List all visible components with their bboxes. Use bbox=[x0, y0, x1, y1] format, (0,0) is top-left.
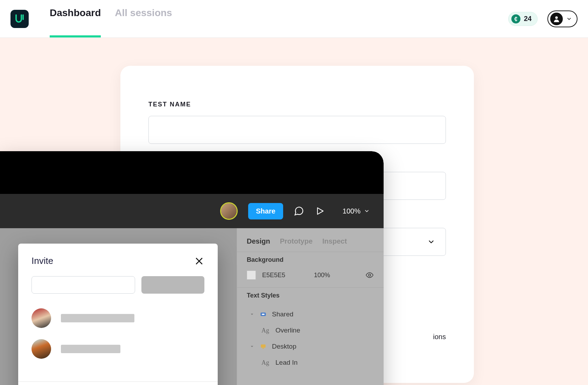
invite-title: Invite bbox=[31, 255, 53, 266]
figma-titlebar bbox=[0, 151, 384, 194]
background-row[interactable]: E5E5E5 100% bbox=[247, 271, 374, 280]
style-item-name: Overline bbox=[275, 327, 300, 334]
caret-down-icon bbox=[250, 312, 254, 317]
figma-canvas[interactable]: Invite bbox=[0, 228, 237, 385]
panel-heading: Background bbox=[247, 256, 374, 264]
background-opacity[interactable]: 100% bbox=[314, 272, 330, 279]
caret-down-icon bbox=[250, 344, 254, 349]
credits-count: 24 bbox=[524, 15, 532, 23]
play-icon bbox=[315, 206, 325, 216]
svg-point-1 bbox=[369, 274, 371, 276]
invite-member-list bbox=[18, 303, 218, 368]
panel-tab-inspect[interactable]: Inspect bbox=[322, 237, 347, 245]
app-logo[interactable] bbox=[10, 10, 29, 28]
test-name-input[interactable] bbox=[148, 116, 446, 144]
chevron-down-icon bbox=[364, 208, 370, 214]
field-test-name: TEST NAME bbox=[148, 101, 446, 144]
color-swatch[interactable] bbox=[247, 271, 256, 280]
member-avatar bbox=[31, 308, 51, 328]
chat-bubble-icon bbox=[294, 206, 304, 216]
panel-heading: Text Styles bbox=[247, 292, 374, 299]
close-icon bbox=[194, 256, 204, 266]
field-label: TEST NAME bbox=[148, 101, 446, 108]
svg-rect-4 bbox=[261, 344, 265, 348]
figma-toolbar: Share 100% bbox=[0, 194, 384, 228]
style-group-name: Shared bbox=[272, 310, 293, 318]
nav-tab-all-sessions[interactable]: All sessions bbox=[115, 0, 172, 37]
user-icon bbox=[553, 15, 560, 23]
avatar-image bbox=[221, 203, 237, 219]
zoom-control[interactable]: 100% bbox=[343, 207, 370, 215]
zoom-value: 100% bbox=[343, 207, 360, 215]
chevron-down-icon bbox=[566, 16, 572, 22]
ag-icon: Ag bbox=[260, 327, 271, 334]
figma-right-panel: Design Prototype Inspect Background E5E5… bbox=[237, 228, 384, 385]
style-group-name: Desktop bbox=[272, 343, 296, 350]
style-group-shared[interactable]: Shared bbox=[247, 306, 374, 322]
background-hex[interactable]: E5E5E5 bbox=[262, 272, 297, 279]
panel-section-text-styles: Text Styles Shared Ag Overline bbox=[237, 287, 384, 378]
shared-icon bbox=[259, 310, 267, 318]
invite-input-row bbox=[18, 273, 218, 303]
eye-icon bbox=[365, 271, 374, 279]
figma-body: Invite bbox=[0, 228, 384, 385]
invite-footer: Copy link bbox=[18, 382, 218, 385]
header-right: ₵ 24 bbox=[508, 10, 578, 27]
member-row bbox=[31, 303, 204, 334]
svg-rect-5 bbox=[262, 348, 264, 349]
member-name-placeholder bbox=[61, 345, 120, 353]
member-name-placeholder bbox=[61, 314, 134, 322]
nav-tab-label: Dashboard bbox=[50, 7, 101, 19]
invite-modal: Invite bbox=[18, 244, 218, 385]
chevron-down-icon bbox=[427, 238, 435, 246]
style-item-lead-in[interactable]: Ag Lead In bbox=[247, 355, 374, 371]
app-header: Dashboard All sessions ₵ 24 bbox=[0, 0, 588, 38]
panel-section-background: Background E5E5E5 100% bbox=[237, 252, 384, 287]
visibility-toggle[interactable] bbox=[365, 271, 374, 279]
svg-rect-3 bbox=[262, 314, 265, 315]
invite-email-input[interactable] bbox=[31, 276, 135, 294]
invite-header: Invite bbox=[18, 244, 218, 273]
style-item-name: Lead In bbox=[275, 359, 298, 366]
style-item-overline[interactable]: Ag Overline bbox=[247, 322, 374, 338]
profile-menu[interactable] bbox=[547, 10, 578, 27]
panel-tab-design[interactable]: Design bbox=[247, 237, 270, 245]
options-text: ions bbox=[433, 333, 446, 341]
panel-tab-prototype[interactable]: Prototype bbox=[280, 237, 313, 245]
present-button[interactable] bbox=[315, 206, 325, 216]
svg-point-0 bbox=[555, 16, 558, 19]
figma-window: Share 100% bbox=[0, 151, 384, 385]
member-row bbox=[31, 334, 204, 364]
style-group-desktop[interactable]: Desktop bbox=[247, 338, 374, 355]
share-button[interactable]: Share bbox=[248, 203, 283, 219]
close-button[interactable] bbox=[194, 256, 204, 266]
avatar bbox=[550, 13, 563, 25]
nav-tabs: Dashboard All sessions bbox=[50, 0, 172, 37]
panel-tabs: Design Prototype Inspect bbox=[237, 228, 384, 252]
logo-icon bbox=[14, 14, 25, 24]
panel-tab-label: Inspect bbox=[322, 237, 347, 245]
page-body: TEST NAME ions Share bbox=[0, 38, 588, 385]
share-button-label: Share bbox=[256, 207, 275, 215]
member-avatar bbox=[31, 339, 51, 359]
ag-icon: Ag bbox=[260, 359, 271, 366]
panel-tab-label: Prototype bbox=[280, 237, 313, 245]
credits-pill[interactable]: ₵ 24 bbox=[508, 12, 538, 26]
credits-symbol: ₵ bbox=[514, 16, 518, 22]
nav-tab-dashboard[interactable]: Dashboard bbox=[50, 0, 101, 37]
panel-tab-label: Design bbox=[247, 237, 270, 245]
desktop-icon bbox=[259, 343, 267, 350]
nav-tab-label: All sessions bbox=[115, 7, 172, 19]
comments-button[interactable] bbox=[294, 206, 304, 216]
credits-coin-icon: ₵ bbox=[511, 14, 520, 23]
invite-send-button[interactable] bbox=[141, 276, 204, 294]
collaborator-avatar[interactable] bbox=[220, 202, 238, 220]
